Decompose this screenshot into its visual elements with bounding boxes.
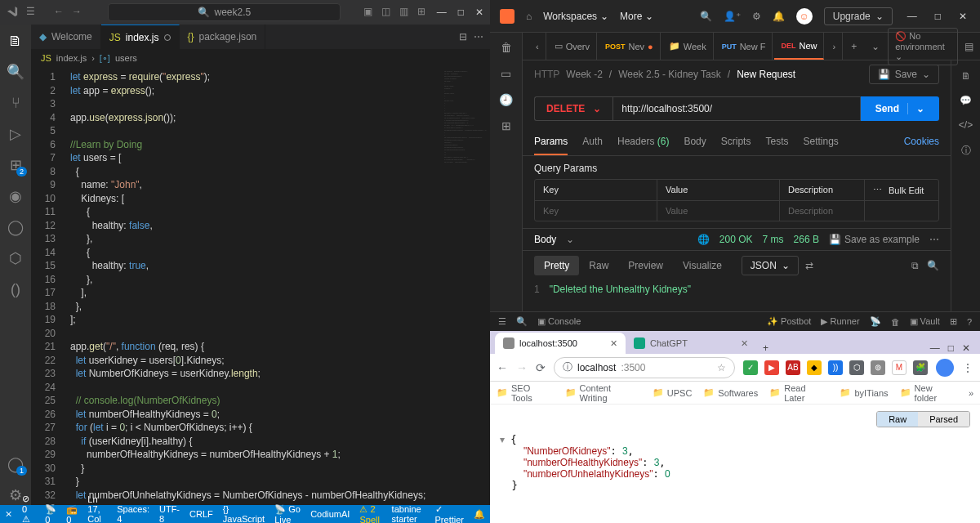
explorer-icon[interactable]: 🗎 — [6, 31, 25, 51]
env-icon[interactable]: ▭ — [501, 67, 511, 80]
spaces-status[interactable]: Spaces: 4 — [117, 504, 149, 523]
breadcrumb[interactable]: JS index.js › [∘] users — [31, 49, 490, 67]
workspaces-menu[interactable]: Workspaces ⌄ — [543, 11, 608, 22]
tab-nav-back[interactable]: ‹ — [529, 33, 546, 60]
bell-icon[interactable]: 🔔 — [773, 11, 785, 22]
maximize-icon[interactable]: □ — [458, 7, 464, 18]
codium-status[interactable]: CodiumAI — [310, 509, 350, 519]
bookmark-item[interactable]: 📁Softwares — [703, 387, 758, 398]
scm-icon[interactable]: ⑂ — [6, 93, 25, 113]
trash-icon[interactable]: 🗑 — [891, 317, 900, 327]
capture-icon[interactable]: 📡 — [870, 316, 881, 327]
tab-more-icon[interactable]: ⌄ — [865, 41, 886, 52]
debug-icon[interactable]: ▷ — [6, 124, 25, 144]
golive-status[interactable]: 📡 Go Live — [274, 504, 301, 524]
lang-status[interactable]: {} JavaScript — [223, 504, 265, 523]
view-visualize[interactable]: Visualize — [673, 256, 732, 275]
profile-avatar[interactable] — [936, 359, 954, 377]
menu-icon[interactable]: ⋮ — [962, 361, 973, 374]
new-tab-icon[interactable]: + — [844, 41, 863, 52]
ext-icon[interactable]: )) — [828, 360, 843, 375]
search-icon[interactable]: 🔍 — [927, 260, 939, 271]
url-input[interactable]: http://localhost:3500/ — [612, 96, 860, 121]
layout-icon[interactable]: ⊞ — [950, 316, 957, 327]
toggle-raw[interactable]: Raw — [877, 412, 918, 427]
command-search[interactable]: 🔍 week2.5 — [108, 3, 341, 21]
ext-icon[interactable]: ▶ — [764, 360, 779, 375]
copy-icon[interactable]: ⧉ — [911, 260, 919, 271]
docs-icon[interactable]: 🗎 — [961, 70, 971, 82]
view-pretty[interactable]: Pretty — [534, 256, 579, 275]
layout-icon[interactable]: ⊞ — [417, 6, 430, 19]
code-editor[interactable]: 1234567891011121314151617181920212223242… — [31, 67, 490, 505]
key-input[interactable]: Key — [535, 201, 657, 221]
ext-icon[interactable]: ⬡ — [849, 360, 864, 375]
more-icon[interactable]: ⋯ — [474, 31, 483, 42]
tabnine-status[interactable]: tabnine starter — [392, 504, 425, 523]
env-quick-icon[interactable]: ▤ — [964, 41, 973, 52]
compare-icon[interactable]: ⊟ — [459, 31, 467, 42]
nav-forward-icon[interactable]: → — [516, 361, 528, 374]
ports-status[interactable]: 📡 0 — [45, 504, 56, 524]
layout-icon[interactable]: ◫ — [381, 6, 394, 19]
more-icon[interactable]: ⋯ — [929, 234, 939, 245]
enc-status[interactable]: UTF-8 — [159, 504, 180, 523]
format-selector[interactable]: JSON ⌄ — [742, 256, 799, 275]
ext-puzzle-icon[interactable]: 🧩 — [913, 360, 928, 375]
ext-icon[interactable]: ⊚ — [871, 360, 885, 375]
home-icon[interactable]: ⌂ — [526, 11, 532, 22]
ext-icon[interactable]: AB — [786, 360, 800, 375]
console-button[interactable]: ▣ Console — [537, 316, 581, 327]
reload-icon[interactable]: ⟳ — [536, 361, 546, 374]
eol-status[interactable]: CRLF — [189, 509, 213, 519]
close-icon[interactable]: ✕ — [956, 11, 970, 22]
send-button[interactable]: Send⌄ — [861, 96, 939, 121]
nav-forward-icon[interactable]: → — [72, 6, 85, 19]
lncol-status[interactable]: Ln 17, Col 7 — [87, 494, 107, 523]
minimize-icon[interactable]: — — [904, 11, 920, 22]
wrap-icon[interactable]: ⇄ — [805, 260, 813, 271]
remote-icon[interactable]: ◉ — [6, 186, 25, 206]
value-input[interactable]: Value — [657, 201, 780, 221]
bookmark-star-icon[interactable]: ☆ — [717, 362, 726, 373]
bookmark-item[interactable]: 📁New folder — [900, 383, 957, 403]
prettier-status[interactable]: ✓ Prettier — [435, 504, 464, 524]
close-icon[interactable]: ✕ — [610, 338, 617, 349]
save-button[interactable]: 💾 Save ⌄ — [869, 65, 939, 84]
help-icon[interactable]: ? — [967, 317, 972, 327]
tab-nav-fwd[interactable]: › — [826, 33, 843, 60]
tab-overview[interactable]: ▭ Overv — [548, 33, 597, 60]
tab-packagejson[interactable]: {} package.json — [180, 25, 266, 49]
history-icon[interactable]: 🕘 — [499, 93, 513, 106]
find-icon[interactable]: 🔍 — [516, 316, 528, 327]
layout-icon[interactable]: ▣ — [363, 6, 376, 19]
comments-icon[interactable]: 💬 — [960, 95, 972, 106]
desc-input[interactable]: Description — [780, 201, 865, 221]
bell-icon[interactable]: 🔔 — [474, 509, 485, 520]
page-content[interactable]: Raw Parsed ▾ { "NumberOfKidneys": 3, "nu… — [490, 405, 980, 523]
hex-icon[interactable]: ⬡ — [6, 248, 25, 268]
chevron-down-icon[interactable]: ⌄ — [907, 103, 924, 114]
browser-tab-localhost[interactable]: localhost:3500 ✕ — [495, 333, 626, 354]
github-icon[interactable]: ◯ — [6, 217, 25, 237]
remote-status[interactable]: ⨯ — [5, 509, 12, 520]
more-menu[interactable]: More ⌄ — [620, 11, 653, 22]
nav-back-icon[interactable]: ← — [54, 6, 67, 19]
tab-scripts[interactable]: Scripts — [721, 129, 751, 155]
ext-icon[interactable]: ◆ — [807, 360, 822, 375]
avatar-icon[interactable]: ☺ — [796, 8, 813, 25]
tab-auth[interactable]: Auth — [582, 129, 603, 155]
close-icon[interactable]: ✕ — [962, 342, 970, 354]
runner-button[interactable]: ▶ Runner — [821, 316, 859, 327]
view-raw[interactable]: Raw — [579, 256, 618, 275]
tab-put[interactable]: PUT New F — [715, 33, 773, 60]
info-icon[interactable]: ⓘ — [961, 144, 971, 158]
close-icon[interactable]: ✕ — [475, 7, 483, 18]
save-example[interactable]: 💾 Save as example — [829, 234, 920, 245]
tab-tests[interactable]: Tests — [765, 129, 788, 155]
close-icon[interactable]: ✕ — [741, 338, 748, 349]
site-info-icon[interactable]: ⓘ — [563, 360, 572, 374]
resp-body-tab[interactable]: Body — [534, 234, 556, 245]
radio-status[interactable]: 📻 0 — [66, 504, 78, 524]
new-tab-icon[interactable]: + — [756, 342, 775, 354]
